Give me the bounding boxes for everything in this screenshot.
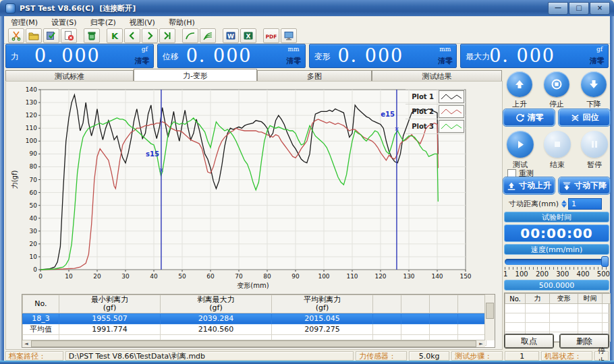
scroll-thumb[interactable] — [31, 340, 476, 347]
scroll-left-icon[interactable]: ◄ — [22, 341, 30, 346]
svg-text:20: 20 — [93, 273, 101, 280]
single-curve-icon[interactable] — [182, 28, 198, 43]
zero-button[interactable]: 清零 — [503, 109, 555, 126]
max-force-clear-button[interactable]: 清零 — [590, 56, 605, 66]
results-vertical-scrollbar[interactable] — [484, 295, 495, 340]
svg-text:20: 20 — [30, 241, 38, 247]
force-clear-button[interactable]: 清零 — [135, 56, 150, 66]
test-button[interactable] — [507, 131, 534, 158]
svg-text:90: 90 — [291, 273, 300, 280]
points-col-force: 力 — [526, 294, 550, 304]
arrow-down-icon — [588, 78, 600, 90]
first-curve-icon[interactable]: K — [107, 28, 123, 43]
legend-item: Plot 1 — [406, 89, 464, 104]
pst-test-window: { "window": { "title": "PST Test V8.66(C… — [0, 0, 614, 364]
menu-view[interactable]: 视图(V) — [123, 16, 162, 29]
menu-manage[interactable]: 管理(M) — [4, 16, 45, 29]
stop-button[interactable] — [544, 71, 569, 97]
svg-text:W: W — [227, 33, 234, 40]
tab-multi-chart[interactable]: 多图 — [257, 70, 372, 82]
spinner-down-icon[interactable] — [561, 204, 567, 208]
slider-tick-label: 200 — [536, 270, 549, 278]
export-word-icon[interactable]: W — [223, 28, 239, 43]
results-table-row[interactable]: 18_31955.5072039.2842015.045 — [23, 313, 486, 324]
points-table-row[interactable] — [505, 323, 611, 332]
jog-distance-stepper[interactable] — [561, 200, 567, 208]
export-pdf-icon[interactable]: PDF — [263, 28, 279, 43]
points-scroll-corner[interactable] — [603, 294, 611, 304]
menu-zero[interactable]: 归零(Z) — [84, 16, 123, 29]
machine-state-label: 机器状态： — [541, 351, 592, 361]
machine-state-value: 停止 — [594, 351, 609, 361]
jog-distance-field[interactable]: 1 — [568, 198, 602, 210]
cut-icon[interactable] — [8, 28, 24, 43]
test-step-value: 1 — [505, 351, 539, 361]
svg-text:90: 90 — [30, 150, 38, 157]
svg-text:120: 120 — [26, 112, 37, 119]
pause-button[interactable] — [581, 131, 608, 158]
spinner-up-icon[interactable] — [561, 200, 567, 204]
points-col-deformation: 变形 — [550, 294, 578, 304]
descend-button[interactable] — [581, 71, 607, 97]
menu-help[interactable]: 帮助(H) — [162, 16, 202, 29]
next-curve-icon[interactable] — [142, 28, 158, 43]
close-button[interactable]: × — [590, 2, 610, 15]
open-file-icon[interactable] — [26, 28, 42, 43]
svg-text:PDF: PDF — [266, 34, 277, 40]
slider-tick-label: 400 — [577, 270, 590, 278]
home-button[interactable]: 回位 — [559, 109, 610, 126]
results-column-header: No. — [23, 295, 59, 313]
slider-tick-label: 300 — [556, 270, 569, 278]
svg-text:70: 70 — [30, 177, 38, 183]
end-button[interactable] — [544, 131, 571, 158]
title-bar: PST Test V8.66(C) [连接断开] — □ × — [0, 0, 614, 16]
svg-text:40: 40 — [30, 215, 38, 222]
slider-tick-label: 500 — [597, 270, 610, 278]
file-path-label: 档案路径： — [5, 351, 63, 361]
maximize-button[interactable]: □ — [569, 2, 589, 15]
tab-test-results[interactable]: 测试结果 — [372, 70, 502, 82]
chart-legend: Plot 1 Plot 2 Plot 3 — [406, 89, 464, 134]
svg-text:0: 0 — [33, 266, 37, 273]
displacement-clear-button[interactable]: 清零 — [287, 56, 302, 66]
jog-distance-label: 寸动距离(mm) — [509, 199, 559, 209]
speed-slider[interactable] — [505, 259, 609, 265]
jog-up-button[interactable]: 寸动上升 — [503, 177, 555, 194]
legend-label: Plot 3 — [406, 123, 434, 130]
minimize-button[interactable]: — — [548, 2, 568, 15]
multi-curve-icon[interactable] — [200, 28, 216, 43]
force-sensor-value: 5.0kg — [409, 351, 449, 361]
clear-trash-icon[interactable] — [84, 28, 100, 43]
results-table-row[interactable]: 平均值1991.7742140.5602097.275 — [23, 324, 486, 335]
jog-down-button[interactable]: 寸动下降 — [559, 177, 610, 194]
menu-settings[interactable]: 设置(S) — [45, 16, 84, 29]
svg-text:X: X — [246, 33, 251, 40]
tab-force-deformation[interactable]: 力-变形 — [134, 69, 257, 82]
jog-distance-row: 寸动距离(mm) 1 — [509, 198, 602, 210]
status-bar: 档案路径： D:\PST Test V8.66\TestData\剥离.mdb … — [4, 351, 610, 361]
save-check-icon[interactable] — [43, 28, 59, 43]
menu-bar: 管理(M) 设置(S) 归零(Z) 视图(V) 帮助(H) — [4, 16, 610, 29]
points-table-row[interactable] — [505, 313, 611, 323]
jog-up-icon — [507, 181, 516, 191]
svg-text:130: 130 — [26, 99, 37, 106]
rise-button[interactable] — [507, 71, 532, 97]
points-table-row[interactable] — [505, 304, 611, 313]
results-table-header: No.最小剥离力(gf)剥离最大力(gf)平均剥离力(gf) — [23, 295, 486, 313]
scroll-right-icon[interactable]: ► — [477, 341, 485, 346]
points-col-time: 时间 — [578, 294, 603, 304]
prev-curve-icon[interactable] — [124, 28, 140, 43]
slider-thumb[interactable] — [601, 256, 609, 267]
svg-text:140: 140 — [431, 273, 443, 280]
last-curve-icon[interactable] — [159, 28, 175, 43]
delete-file-icon[interactable] — [61, 28, 77, 43]
svg-text:60: 60 — [30, 189, 38, 196]
export-excel-icon[interactable]: X — [240, 28, 256, 43]
device-monitor-icon[interactable] — [281, 28, 297, 43]
deformation-clear-button[interactable]: 清零 — [438, 56, 453, 66]
force-display: 力 0. 000 gf 清零 — [5, 44, 154, 68]
svg-text:30: 30 — [30, 228, 38, 235]
take-point-button[interactable]: 取点 — [505, 334, 553, 348]
tab-test-standard[interactable]: 测试标准 — [5, 70, 134, 82]
results-horizontal-scrollbar[interactable]: ◄ ► — [22, 340, 485, 347]
